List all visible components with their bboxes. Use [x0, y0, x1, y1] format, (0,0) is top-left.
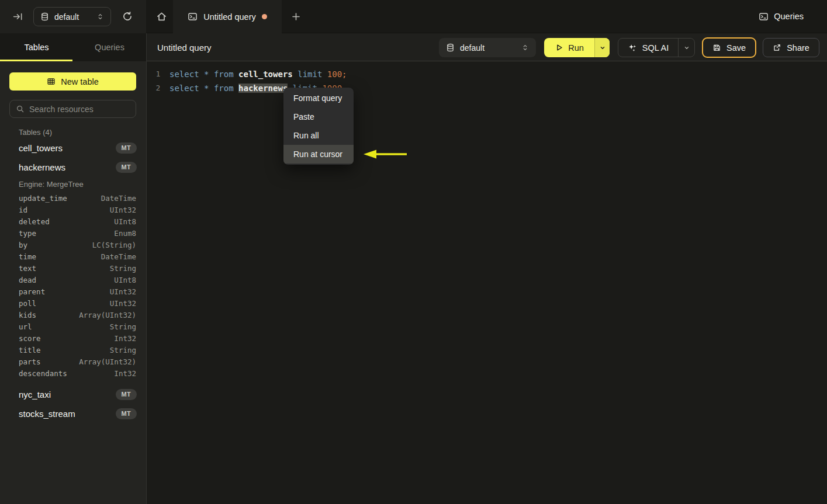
topbar-database-value: default	[54, 12, 91, 22]
column-row: by LC(String)	[0, 239, 146, 251]
new-table-button[interactable]: New table	[9, 72, 136, 91]
sql-editor[interactable]: 1 select * from cell_towers limit 100; 2…	[147, 61, 827, 95]
column-type: Int32	[114, 334, 136, 343]
column-row: text String	[0, 262, 146, 274]
toolbar-database-selector[interactable]: default	[439, 38, 536, 57]
column-row: deleted UInt8	[0, 215, 146, 227]
sidebar-body: New table Tables (4) cell_towers MT hack…	[0, 61, 146, 504]
database-icon	[446, 43, 455, 52]
column-type: Array(UInt32)	[79, 357, 136, 366]
code-token: 100;	[327, 69, 347, 79]
code-token: limit	[297, 69, 322, 79]
tables-list: cell_towers MT hackernews MT Engine: Mer…	[0, 138, 146, 423]
context-menu-item[interactable]: Run all	[283, 126, 354, 145]
code-token: from	[214, 69, 234, 79]
table-columns: update_time DateTime id UInt32 deleted U…	[0, 192, 146, 379]
context-menu-item[interactable]: Paste	[283, 107, 354, 126]
floppy-disk-icon	[712, 43, 721, 52]
new-table-label: New table	[61, 77, 98, 86]
line-number: 1	[147, 67, 169, 81]
column-type: UInt32	[110, 299, 136, 308]
run-options-button[interactable]	[594, 38, 610, 57]
code-token	[234, 69, 238, 79]
sidebar-tab-queries[interactable]: Queries	[73, 33, 146, 61]
column-row: type Enum8	[0, 227, 146, 239]
sql-ai-button[interactable]: SQL AI	[618, 39, 678, 57]
column-name: score	[19, 334, 41, 343]
chevron-down-icon	[683, 44, 690, 51]
refresh-button[interactable]	[119, 8, 136, 25]
tables-section-label: Tables (4)	[19, 128, 52, 137]
search-box	[9, 100, 136, 118]
table-row[interactable]: stocks_stream MT	[0, 404, 146, 423]
engine-badge: MT	[116, 389, 137, 400]
column-name: time	[19, 252, 36, 261]
home-button[interactable]	[152, 8, 171, 26]
chevron-down-icon	[599, 44, 606, 51]
column-row: kids Array(UInt32)	[0, 309, 146, 321]
sparkles-icon	[628, 43, 637, 53]
context-menu-item[interactable]: Format query	[283, 89, 354, 107]
code-token: from	[214, 84, 234, 93]
refresh-icon	[122, 11, 133, 22]
column-type: String	[110, 264, 136, 273]
sidebar-tab-tables[interactable]: Tables	[0, 33, 73, 61]
database-icon	[40, 12, 49, 21]
tab-untitled-query[interactable]: Untitled query	[173, 0, 282, 33]
code-token	[209, 84, 213, 93]
query-toolbar: Untitled query default	[147, 33, 827, 61]
code-token: cell_towers	[238, 69, 293, 79]
run-button-group: Run	[544, 38, 610, 57]
column-name: type	[19, 229, 36, 238]
share-button-label: Share	[787, 43, 809, 53]
code-token: select	[169, 69, 199, 79]
column-row: parent UInt32	[0, 286, 146, 297]
run-button[interactable]: Run	[544, 38, 594, 57]
top-bar: default	[0, 0, 827, 33]
column-type: String	[110, 346, 136, 354]
column-type: UInt8	[114, 217, 136, 226]
sql-ai-options-button[interactable]	[678, 39, 694, 57]
column-row: time DateTime	[0, 251, 146, 262]
column-name: by	[19, 241, 27, 249]
table-name: cell_towers	[19, 143, 63, 153]
new-tab-button[interactable]	[288, 8, 304, 25]
column-row: title String	[0, 344, 146, 356]
save-button[interactable]: Save	[702, 37, 756, 58]
table-engine-label: Engine: MergeTree	[0, 177, 146, 192]
share-button[interactable]: Share	[763, 38, 819, 57]
column-type: UInt32	[110, 287, 136, 296]
topbar-database-selector[interactable]: default	[33, 7, 111, 26]
column-row: dead UInt8	[0, 274, 146, 286]
column-type: DateTime	[101, 252, 136, 261]
sidebar: Tables Queries New table Tables (4)	[0, 33, 146, 504]
context-menu-item[interactable]: Run at cursor	[283, 145, 354, 164]
topbar-left-section: default	[0, 0, 146, 33]
search-icon	[16, 105, 25, 113]
sql-ai-button-group: SQL AI	[618, 38, 695, 57]
table-row[interactable]: cell_towers MT	[0, 138, 146, 158]
annotation-arrow	[358, 146, 411, 162]
home-icon	[156, 11, 167, 22]
play-icon	[555, 43, 563, 52]
column-row: score Int32	[0, 332, 146, 344]
run-button-label: Run	[568, 43, 584, 53]
code-token	[234, 84, 238, 93]
column-name: id	[19, 206, 27, 214]
column-name: deleted	[19, 217, 50, 226]
code-token	[209, 69, 213, 79]
terminal-icon	[188, 12, 198, 22]
column-row: update_time DateTime	[0, 192, 146, 204]
code-token	[199, 69, 204, 79]
column-name: update_time	[19, 194, 67, 203]
context-menu: Format queryPasteRun allRun at cursor	[283, 88, 354, 165]
collapse-sidebar-button[interactable]	[9, 8, 26, 25]
queries-button[interactable]: Queries	[759, 8, 804, 25]
search-input[interactable]	[29, 105, 135, 114]
table-row[interactable]: nyc_taxi MT	[0, 385, 146, 404]
queries-button-label: Queries	[774, 12, 804, 21]
column-row: id UInt32	[0, 204, 146, 215]
column-row: descendants Int32	[0, 367, 146, 379]
table-row[interactable]: hackernews MT	[0, 158, 146, 177]
code-token	[293, 69, 297, 79]
